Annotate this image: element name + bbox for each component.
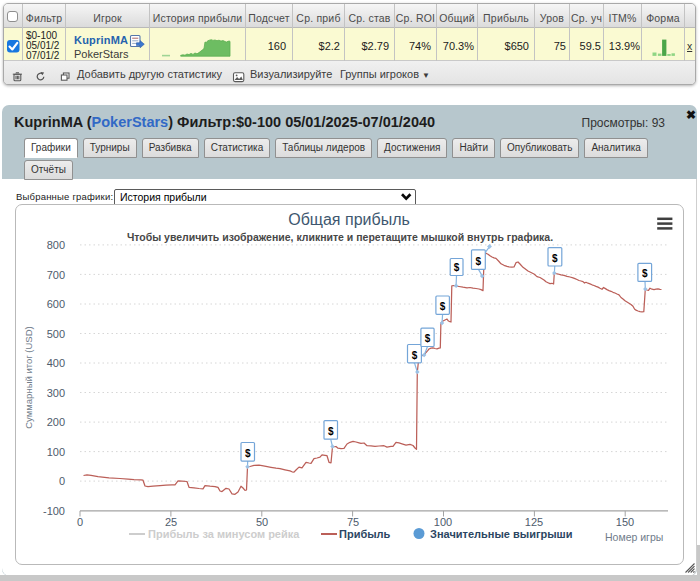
svg-text:$: $	[412, 350, 418, 361]
svg-text:$: $	[245, 448, 251, 459]
svg-text:$: $	[440, 301, 446, 312]
svg-text:$: $	[642, 268, 648, 279]
svg-text:$: $	[454, 262, 460, 273]
svg-text:$: $	[476, 256, 482, 267]
svg-text:$: $	[552, 253, 558, 264]
svg-text:$: $	[328, 426, 334, 437]
svg-text:$: $	[425, 333, 431, 344]
